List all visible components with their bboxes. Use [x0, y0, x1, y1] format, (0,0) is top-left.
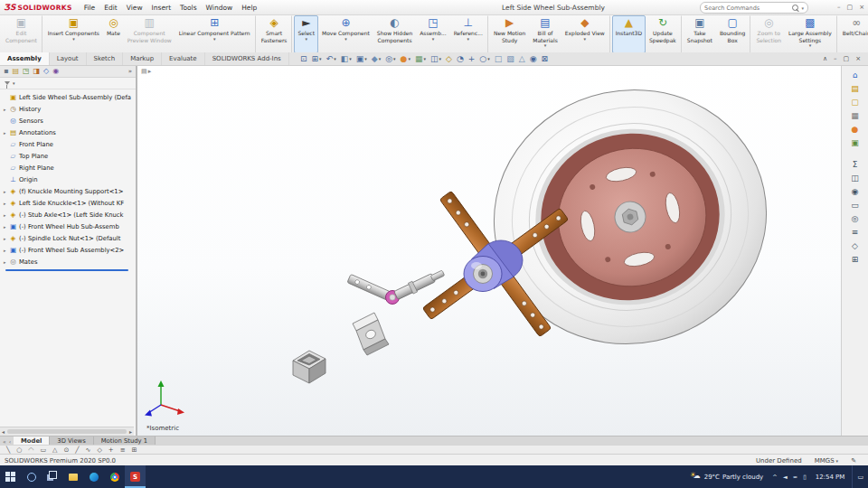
solidworks-resources-tab[interactable]: ⌂	[853, 70, 858, 80]
edit-appearance-icon[interactable]: ● ▾	[399, 54, 412, 63]
top-plane-item[interactable]: ▱ Top Plane	[0, 150, 136, 162]
displaymanager-tab[interactable]: ◉	[52, 67, 59, 75]
tab-sketch[interactable]: Sketch	[87, 52, 124, 65]
zoom-area-icon[interactable]: ⊞ ▾	[310, 54, 324, 63]
appearances-scenes-tab[interactable]: ●	[852, 125, 859, 134]
menu-edit[interactable]: Edit	[99, 4, 122, 12]
front-wheel-hub-subassembly-item[interactable]: ▸ ▣ (-) Front Wheel Hub Sub-Assemb	[0, 221, 136, 232]
sensors-item[interactable]: ◎ Sensors	[0, 115, 136, 127]
search-button[interactable]	[21, 465, 42, 488]
square-tube-model[interactable]	[293, 351, 326, 383]
tab-scroll-first-icon[interactable]: «	[3, 438, 6, 445]
task-view-button[interactable]	[42, 465, 62, 488]
zoom-to-selection-button[interactable]: ◎ Zoom to Selection	[752, 15, 785, 53]
pan-icon[interactable]: +	[467, 54, 477, 63]
linear-component-pattern-button[interactable]: ⊞ Linear Component Pattern ▾	[175, 15, 256, 53]
dimxpertmanager-tab[interactable]: ◇	[43, 67, 49, 75]
3d-viewport[interactable]	[137, 65, 841, 436]
action-center-icon[interactable]: ▭	[852, 465, 868, 488]
flyout-featuremanager-toggle[interactable]: ▤ ▸	[141, 68, 151, 75]
stub-axle-model[interactable]	[347, 267, 446, 304]
scroll-right-icon[interactable]: ▸	[129, 428, 132, 435]
filter-dropdown-icon[interactable]: ▾	[13, 80, 15, 86]
section-view-icon[interactable]: ◧ ▾	[339, 54, 354, 63]
collapse-commandmanager-icon[interactable]: ∧	[823, 55, 827, 62]
panel-pin-icon[interactable]: ▪	[4, 67, 8, 75]
start-button[interactable]	[0, 465, 21, 488]
menu-help[interactable]: Help	[237, 4, 261, 12]
shadows-icon[interactable]: ▧	[505, 54, 516, 63]
stub-axle-item[interactable]: ▸ ◈ (-) Stub Axle<1> (Left Side Knuck	[0, 209, 136, 221]
menu-file[interactable]: File	[80, 4, 100, 12]
file-explorer-button[interactable]	[62, 465, 83, 488]
instant2d-icon[interactable]: ◇	[444, 54, 454, 63]
front-wheel-sub-assembly-item[interactable]: ▸ ▣ (-) Front Wheel Sub Assembly<2>	[0, 244, 136, 256]
panel-scrollbar[interactable]: ◂ ▸	[0, 427, 134, 436]
view-palette-tab[interactable]: ▦	[851, 111, 859, 120]
units-selector[interactable]: MMGS ▾	[815, 457, 838, 465]
menu-view[interactable]: View	[122, 4, 147, 12]
reference-geometry-button[interactable]: ⊥ Referenc... ▾	[450, 15, 488, 53]
wireframe-icon[interactable]: □	[493, 54, 505, 63]
custom-properties-tab[interactable]: ▣	[851, 138, 859, 147]
solidworks-taskbar-button[interactable]: S	[125, 465, 146, 488]
configurationmanager-tab[interactable]: ◨	[33, 67, 41, 75]
new-motion-study-button[interactable]: ▶ New Motion Study	[490, 15, 529, 53]
tab-scroll-left-icon[interactable]: ‹	[9, 438, 11, 445]
mates-folder-item[interactable]: ▸ ◎ Mates	[0, 256, 136, 267]
right-plane-item[interactable]: ▱ Right Plane	[0, 162, 136, 174]
bill-of-materials-button[interactable]: ▤ Bill of Materials ▾	[529, 15, 561, 53]
display-style-icon[interactable]: ◆ ▾	[370, 54, 382, 63]
exploded-view-button[interactable]: ◆ Exploded View ▾	[561, 15, 610, 53]
filter-icon[interactable]	[5, 81, 10, 85]
maximize-window-button[interactable]: ▢	[847, 4, 854, 11]
file-explorer-tab[interactable]: ▢	[851, 98, 859, 107]
left-side-knuckle-item[interactable]: ▸ ◈ Left Side Knuckle<1> (Without KF	[0, 197, 136, 209]
view-settings-icon[interactable]: ◫ ▾	[429, 54, 443, 63]
perspective-icon[interactable]: △	[517, 54, 527, 63]
previous-view-icon[interactable]: ↶ ▾	[325, 54, 338, 63]
assembly-features-button[interactable]: ◳ Assemb... ▾	[416, 15, 449, 53]
insert-components-button[interactable]: ▣ Insert Components ▾	[44, 15, 103, 53]
zoom-in-out-icon[interactable]: ○ ▾	[477, 54, 491, 63]
edge-button[interactable]	[83, 465, 104, 488]
graphics-area[interactable]: ▤ ▸ *Isometric	[137, 65, 841, 436]
propertymanager-tab[interactable]: ◳	[23, 67, 30, 75]
large-assembly-settings-button[interactable]: ▩ Large Assembly Settings ▾	[785, 15, 837, 53]
hide-show-items-icon[interactable]: ◎ ▾	[383, 54, 397, 63]
tab-evaluate[interactable]: Evaluate	[162, 52, 205, 65]
design-library-tab[interactable]: ▤	[851, 84, 859, 93]
move-component-button[interactable]: ⊕ Move Component ▾	[318, 15, 373, 53]
minimize-window-button[interactable]: –	[837, 4, 841, 11]
equations-icon[interactable]: Σ	[853, 160, 858, 169]
command-search-box[interactable]: ▾	[700, 2, 808, 14]
assembly-root-item[interactable]: ▣ Left Side Wheel Sub-Assembly (Defa	[0, 91, 136, 103]
close-window-button[interactable]: ×	[859, 4, 864, 11]
camera-icon[interactable]: ◉	[528, 54, 539, 63]
scrollbar-thumb[interactable]	[7, 429, 127, 434]
taskbar-weather[interactable]: ☀ ☁ 29°C Partly cloudy	[690, 473, 764, 482]
belt-chain-button[interactable]: ∞ Belt/Chain	[839, 15, 868, 53]
network-icon[interactable]: ≈	[793, 474, 797, 481]
tab-overflow-icon[interactable]: »	[128, 68, 132, 75]
spindle-lock-nut-item[interactable]: ▸ ◈ (-) Spindle Lock Nut<1> (Default	[0, 232, 136, 244]
instant3d-button[interactable]: ▲ Instant3D	[612, 15, 646, 53]
measure-icon[interactable]: ◫	[851, 174, 859, 183]
annotations-item[interactable]: ▸ ▤ Annotations	[0, 127, 136, 138]
compare-icon[interactable]: ⊞	[852, 255, 859, 264]
scroll-left-icon[interactable]: ◂	[2, 428, 5, 435]
history-folder-item[interactable]: ▸ ◷ History	[0, 103, 136, 115]
chrome-button[interactable]	[104, 465, 125, 488]
units-dropdown-icon[interactable]: ▾	[836, 458, 839, 464]
update-speedpak-button[interactable]: ↻ Update Speedpak	[646, 15, 682, 53]
taskbar-clock[interactable]: 12:54 PM	[816, 474, 845, 481]
tab-markup[interactable]: Markup	[123, 52, 162, 65]
mass-properties-icon[interactable]: ◉	[852, 187, 859, 196]
view-orientation-icon[interactable]: ▣ ▾	[354, 54, 369, 63]
menu-window[interactable]: Window	[202, 4, 238, 12]
select-button[interactable]: ► Select ▾	[294, 15, 318, 53]
featuremanager-tab[interactable]: ▤	[12, 67, 19, 75]
show-hidden-components-button[interactable]: ◐ Show Hidden Components	[373, 15, 416, 53]
front-plane-item[interactable]: ▱ Front Plane	[0, 138, 136, 150]
restore-document-icon[interactable]: ▢	[844, 55, 850, 62]
